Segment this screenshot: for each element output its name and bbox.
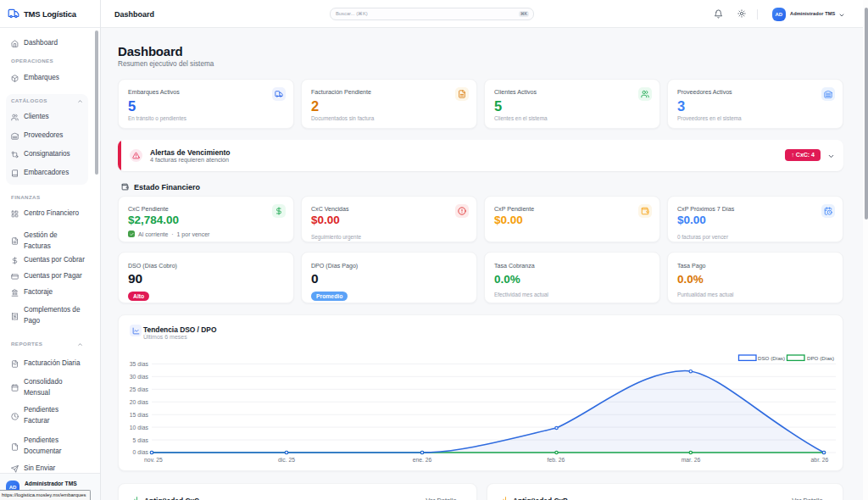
- svg-text:abr. 26: abr. 26: [811, 457, 829, 463]
- svg-text:DSO (Días): DSO (Días): [758, 355, 785, 361]
- svg-text:nov. 25: nov. 25: [144, 457, 163, 463]
- svg-text:5 días: 5 días: [132, 437, 148, 443]
- svg-text:30 días: 30 días: [130, 374, 149, 380]
- svg-text:feb. 26: feb. 26: [548, 457, 565, 463]
- svg-text:15 días: 15 días: [130, 412, 149, 418]
- svg-text:ene. 26: ene. 26: [413, 457, 432, 463]
- svg-text:25 días: 25 días: [130, 386, 149, 392]
- svg-text:dic. 25: dic. 25: [278, 457, 295, 463]
- svg-text:35 días: 35 días: [130, 361, 149, 367]
- svg-text:20 días: 20 días: [130, 399, 149, 405]
- svg-text:0 días: 0 días: [132, 449, 148, 455]
- svg-text:10 días: 10 días: [130, 425, 149, 431]
- svg-text:mar. 26: mar. 26: [682, 457, 701, 463]
- svg-text:DPO (Días): DPO (Días): [807, 355, 834, 361]
